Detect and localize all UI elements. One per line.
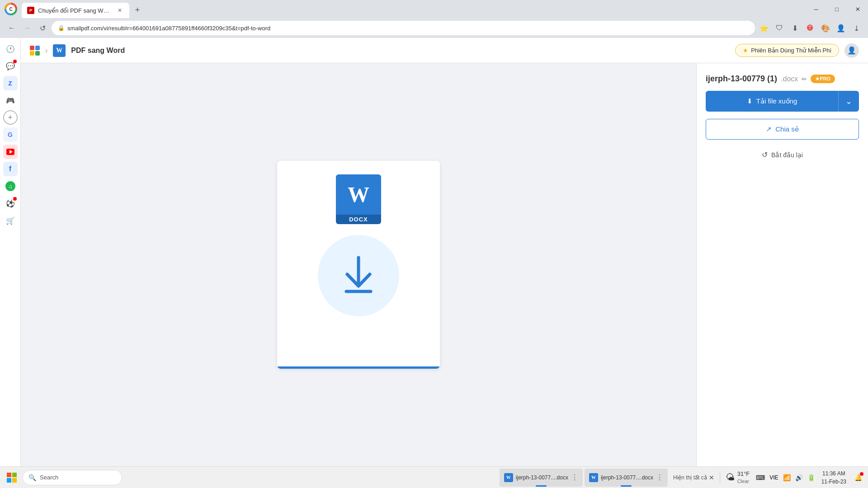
- trial-label: Phiên Bản Dùng Thử Miễn Phí: [751, 47, 831, 54]
- show-all-btn[interactable]: Hiện thị tất cả ✕: [670, 474, 718, 481]
- user-avatar-btn[interactable]: 👤: [844, 43, 859, 58]
- sidebar-icon-youtube[interactable]: [3, 145, 18, 159]
- app-logo-grid[interactable]: [30, 46, 40, 56]
- browser-extension-icon-4[interactable]: 🅣: [804, 22, 816, 34]
- show-all-label: Hiện thị tất cả: [673, 474, 707, 481]
- browser-body: 🕐 💬 Z 🎮 + G f ♫ ⚽ 🛒: [0, 38, 868, 466]
- restart-label: Bắt đầu lại: [771, 151, 803, 159]
- close-btn[interactable]: ✕: [847, 0, 868, 18]
- sidebar-icon-spotify[interactable]: ♫: [3, 179, 18, 193]
- download-icon: ⬇: [747, 97, 753, 105]
- taskbar-item-1[interactable]: W ijerph-13-0077....docx ⋮: [500, 469, 583, 487]
- pro-trial-btn[interactable]: ★ Phiên Bản Dùng Thử Miễn Phí: [735, 44, 839, 57]
- window-controls: ─ □ ✕: [806, 0, 868, 18]
- lock-icon: 🔒: [58, 25, 65, 31]
- download-btn-row: ⬇ Tải file xuống ⌄: [706, 91, 859, 112]
- main-content: › W PDF sang Word ★ Phiên Bản Dùng Thử M…: [21, 38, 868, 466]
- app-header: › W PDF sang Word ★ Phiên Bản Dùng Thử M…: [21, 38, 868, 63]
- datetime-display[interactable]: 11:36 AM 11-Feb-23: [818, 469, 850, 487]
- share-btn[interactable]: ↗ Chia sẻ: [706, 119, 859, 140]
- taskbar: 🔍 Search W ijerph-13-0077....docx ⋮ W ij…: [0, 466, 868, 488]
- browser-download-btn[interactable]: ⤓: [850, 22, 863, 34]
- left-sidebar: 🕐 💬 Z 🎮 + G f ♫ ⚽ 🛒: [0, 38, 21, 466]
- word-letter: W: [348, 184, 369, 206]
- download-main-btn[interactable]: ⬇ Tải file xuống: [706, 91, 838, 112]
- content-area: W DOCX: [21, 63, 868, 466]
- sidebar-icon-shop[interactable]: 🛒: [3, 213, 18, 228]
- sidebar-icon-gaming[interactable]: 🎮: [3, 93, 18, 108]
- address-bar[interactable]: 🔒 smallpdf.com/vi/result#r=664001691a087…: [52, 21, 755, 35]
- browser-extension-icon-1[interactable]: ⭐: [758, 22, 770, 34]
- docx-label: DOCX: [336, 215, 381, 224]
- taskbar-search-label: Search: [40, 474, 58, 481]
- svg-rect-11: [12, 478, 17, 483]
- keyboard-icon-tray[interactable]: ⌨: [754, 474, 767, 481]
- sidebar-icon-google[interactable]: G: [3, 127, 18, 142]
- svg-rect-9: [12, 473, 17, 477]
- taskbar-search-icon: 🔍: [28, 474, 36, 481]
- taskbar-item-2-dots[interactable]: ⋮: [656, 473, 663, 482]
- file-name-row: ijerph-13-00779 (1) .docx ✏ ★PRO: [706, 74, 859, 84]
- progress-bar: [277, 366, 440, 369]
- sidebar-icon-zalo[interactable]: Z: [3, 76, 18, 90]
- taskbar-search-bar[interactable]: 🔍 Search: [23, 470, 122, 485]
- svg-rect-10: [7, 478, 11, 483]
- weather-icon: 🌤: [726, 472, 735, 483]
- share-icon: ↗: [766, 125, 772, 133]
- taskbar-item-2[interactable]: W ijerph-13-0077....docx ⋮: [585, 469, 668, 487]
- address-bar-row: ← → ↺ 🔒 smallpdf.com/vi/result#r=6640016…: [0, 18, 868, 38]
- weather-temp: 31°F: [737, 470, 750, 478]
- restart-btn[interactable]: ↺ Bắt đầu lại: [706, 147, 859, 163]
- browser-extension-icon-3[interactable]: ⬇: [788, 22, 801, 34]
- wifi-icon[interactable]: 📶: [781, 474, 793, 481]
- forward-btn[interactable]: →: [21, 22, 33, 34]
- sidebar-icon-sports[interactable]: ⚽: [3, 196, 18, 211]
- tab-favicon: P: [27, 7, 34, 14]
- taskbar-item-1-dots[interactable]: ⋮: [571, 473, 578, 482]
- edit-icon[interactable]: ✏: [802, 75, 807, 83]
- docx-icon: W DOCX: [336, 174, 381, 224]
- tab-close-btn[interactable]: ✕: [116, 6, 124, 14]
- svg-rect-8: [7, 473, 11, 477]
- weather-condition: Clear: [737, 478, 750, 484]
- speaker-icon[interactable]: 🔊: [793, 474, 805, 481]
- battery-icon[interactable]: 🔋: [806, 474, 817, 481]
- date-display: 11-Feb-23: [821, 478, 846, 486]
- browser-logo[interactable]: C: [4, 2, 18, 16]
- language-btn[interactable]: VIE: [768, 474, 780, 481]
- browser-profile-btn[interactable]: 👤: [835, 22, 847, 34]
- weather-widget[interactable]: 🌤 31°F Clear: [722, 469, 754, 486]
- taskbar-item-2-label: ijerph-13-0077....docx: [601, 474, 653, 481]
- maximize-btn[interactable]: □: [826, 0, 847, 18]
- sidebar-icon-messenger[interactable]: 💬: [3, 59, 18, 73]
- download-chevron-btn[interactable]: ⌄: [838, 91, 859, 112]
- show-all-close-icon[interactable]: ✕: [709, 474, 714, 481]
- new-tab-button[interactable]: +: [131, 4, 144, 16]
- title-bar: C P Chuyển đổi PDF sang Word ✕ + ─ □ ✕: [0, 0, 868, 18]
- right-panel: ijerph-13-00779 (1) .docx ✏ ★PRO ⬇ Tải f…: [696, 63, 868, 466]
- svg-text:♫: ♫: [8, 183, 12, 190]
- taskbar-item-1-icon: W: [504, 473, 513, 482]
- weather-info: 31°F Clear: [737, 470, 750, 484]
- page-title: PDF sang Word: [71, 47, 125, 55]
- browser-window: C P Chuyển đổi PDF sang Word ✕ + ─ □ ✕ ←…: [0, 0, 868, 488]
- header-right: ★ Phiên Bản Dùng Thử Miễn Phí 👤: [735, 43, 859, 58]
- notification-btn[interactable]: 🔔: [851, 470, 865, 485]
- download-circle[interactable]: [318, 235, 399, 316]
- sidebar-icon-history[interactable]: 🕐: [3, 42, 18, 56]
- file-name-text: ijerph-13-00779 (1): [706, 74, 777, 84]
- browser-extension-icon-2[interactable]: 🛡: [773, 22, 786, 34]
- back-btn[interactable]: ←: [5, 22, 18, 34]
- sidebar-icon-facebook[interactable]: f: [3, 162, 18, 176]
- reload-btn[interactable]: ↺: [36, 22, 49, 34]
- sidebar-icon-add[interactable]: +: [3, 110, 18, 125]
- preview-pane: W DOCX: [21, 63, 696, 466]
- star-icon: ★: [743, 47, 748, 54]
- browser-tab-active[interactable]: P Chuyển đổi PDF sang Word ✕: [22, 3, 129, 18]
- svg-text:C: C: [9, 7, 12, 12]
- taskbar-separator: [720, 471, 720, 484]
- start-btn[interactable]: [3, 469, 21, 487]
- minimize-btn[interactable]: ─: [806, 0, 826, 18]
- browser-extension-icon-5[interactable]: 🎨: [819, 22, 832, 34]
- file-ext-text: .docx: [781, 75, 798, 83]
